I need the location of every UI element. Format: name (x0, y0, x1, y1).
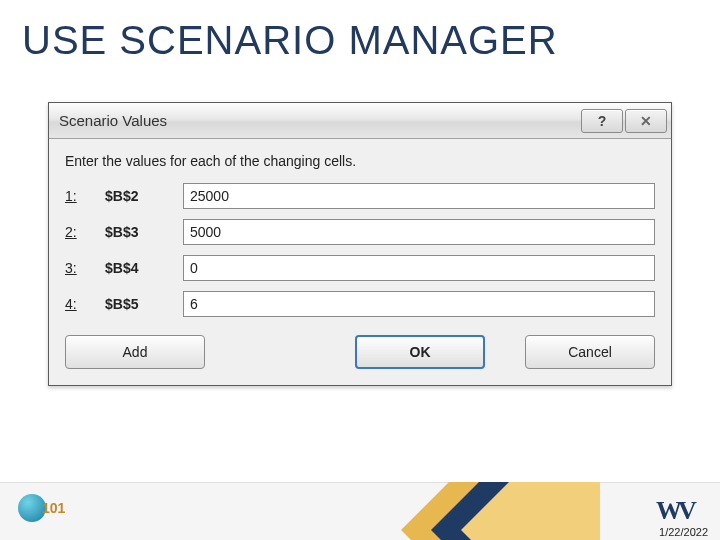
dialog-titlebar: Scenario Values ? ✕ (49, 103, 671, 139)
help-button[interactable]: ? (581, 109, 623, 133)
add-button[interactable]: Add (65, 335, 205, 369)
close-icon: ✕ (640, 113, 652, 129)
slide-date: 1/22/2022 (659, 526, 708, 538)
dialog-button-row: Add OK Cancel (65, 335, 655, 369)
wv-glyph: WV (656, 496, 693, 525)
course-logo: 101 (18, 494, 66, 530)
cancel-button[interactable]: Cancel (525, 335, 655, 369)
dialog-body: Enter the values for each of the changin… (49, 139, 671, 385)
close-button[interactable]: ✕ (625, 109, 667, 133)
dialog-instruction: Enter the values for each of the changin… (65, 153, 655, 169)
scenario-values-dialog: Scenario Values ? ✕ Enter the values for… (48, 102, 672, 386)
cell-value-input[interactable] (183, 183, 655, 209)
cell-value-input[interactable] (183, 255, 655, 281)
scenario-row: 1: $B$2 (65, 183, 655, 209)
slide-title: USE SCENARIO MANAGER (22, 18, 558, 63)
cell-value-input[interactable] (183, 219, 655, 245)
row-index-label: 2: (65, 224, 105, 240)
cell-reference: $B$4 (105, 260, 183, 276)
course-number: 101 (42, 500, 65, 516)
scenario-row: 2: $B$3 (65, 219, 655, 245)
ok-button[interactable]: OK (355, 335, 485, 369)
footer-chevron-graphic (300, 482, 600, 540)
cell-reference: $B$3 (105, 224, 183, 240)
row-index-label: 1: (65, 188, 105, 204)
cell-reference: $B$2 (105, 188, 183, 204)
help-icon: ? (598, 113, 607, 129)
row-index-label: 4: (65, 296, 105, 312)
cell-reference: $B$5 (105, 296, 183, 312)
slide-footer: 101 WV 1/22/2022 (0, 482, 720, 540)
cell-value-input[interactable] (183, 291, 655, 317)
row-index-label: 3: (65, 260, 105, 276)
scenario-row: 3: $B$4 (65, 255, 655, 281)
scenario-row: 4: $B$5 (65, 291, 655, 317)
dialog-title: Scenario Values (59, 112, 579, 129)
wv-logo: WV (656, 496, 696, 526)
